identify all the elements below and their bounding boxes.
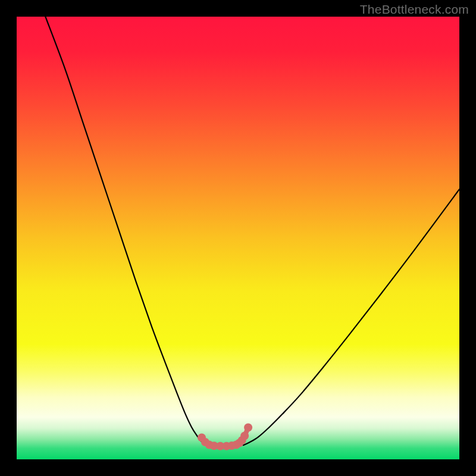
chart-stage: TheBottleneck.com [0, 0, 476, 476]
valley-marker-dot [240, 432, 249, 440]
watermark-label: TheBottleneck.com [360, 2, 469, 17]
gradient-plot-area [17, 17, 459, 459]
valley-marker-dot [244, 423, 252, 431]
bottleneck-chart [0, 0, 476, 476]
